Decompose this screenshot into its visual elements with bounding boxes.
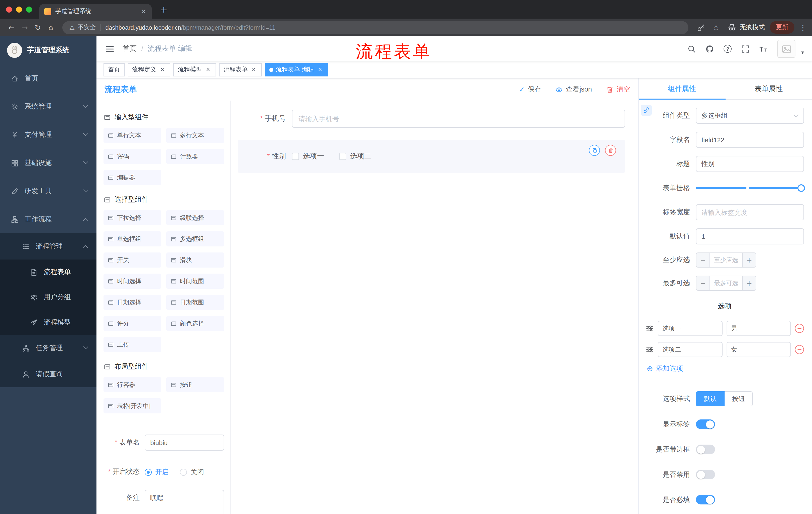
form-name-input[interactable] bbox=[145, 435, 224, 451]
tag-item[interactable]: 流程表单× bbox=[219, 63, 262, 76]
tag-item[interactable]: 流程定义× bbox=[127, 63, 170, 76]
search-icon[interactable] bbox=[688, 45, 696, 53]
remove-option-button[interactable]: − bbox=[795, 324, 804, 333]
sidebar-item-process-management[interactable]: 流程管理 bbox=[0, 233, 96, 260]
palette-item-time-range[interactable]: 时间范围 bbox=[166, 274, 224, 289]
palette-item-checkbox-group[interactable]: 多选框组 bbox=[166, 231, 224, 246]
style-default-button[interactable]: 默认 bbox=[696, 391, 725, 406]
link-icon[interactable] bbox=[641, 105, 652, 116]
tab-component-properties[interactable]: 组件属性 bbox=[639, 78, 725, 99]
incognito-profile-chip[interactable]: 无痕模式 bbox=[728, 23, 765, 32]
clear-button[interactable]: 清空 bbox=[606, 85, 630, 94]
sidebar-item-user-group[interactable]: 用户分组 bbox=[0, 285, 96, 310]
gender-field-selected[interactable]: 性别 选项一选项二 bbox=[238, 140, 625, 173]
disabled-switch[interactable] bbox=[696, 470, 715, 479]
palette-item-radio-group[interactable]: 单选框组 bbox=[104, 231, 161, 246]
minus-icon[interactable]: − bbox=[696, 276, 710, 290]
form-grid-slider[interactable] bbox=[696, 187, 804, 189]
palette-item-single-line-text[interactable]: 单行文本 bbox=[104, 128, 161, 143]
view-json-button[interactable]: 查看json bbox=[555, 85, 592, 94]
password-key-icon[interactable] bbox=[695, 21, 707, 33]
option-value-input[interactable] bbox=[726, 321, 791, 336]
palette-item-rate[interactable]: 评分 bbox=[104, 316, 161, 331]
avatar[interactable] bbox=[778, 40, 796, 58]
option-value-input[interactable] bbox=[726, 342, 791, 357]
palette-item-color-picker[interactable]: 颜色选择 bbox=[166, 316, 224, 331]
sidebar-item-leave-query[interactable]: 请假查询 bbox=[0, 361, 96, 387]
tag-item[interactable]: 流程表单-编辑× bbox=[265, 63, 328, 76]
remove-option-button[interactable]: − bbox=[795, 345, 804, 354]
minus-icon[interactable]: − bbox=[696, 253, 710, 267]
bookmark-star-icon[interactable]: ☆ bbox=[710, 21, 722, 33]
palette-item-date-range[interactable]: 日期范围 bbox=[166, 295, 224, 310]
github-icon[interactable] bbox=[706, 45, 714, 53]
required-switch[interactable] bbox=[696, 495, 715, 505]
plus-icon[interactable]: + bbox=[742, 253, 756, 267]
show-label-switch[interactable] bbox=[696, 420, 715, 429]
address-bar[interactable]: ⚠ 不安全 dashboard.yudao.iocoder.cn/bpm/man… bbox=[62, 21, 688, 34]
component-type-select[interactable]: 多选框组 bbox=[696, 108, 804, 124]
palette-item-date-picker[interactable]: 日期选择 bbox=[104, 295, 161, 310]
label-width-input[interactable] bbox=[696, 204, 804, 220]
font-size-icon[interactable] bbox=[759, 45, 768, 53]
sidebar-item-task-management[interactable]: 任务管理 bbox=[0, 335, 96, 361]
copy-widget-button[interactable] bbox=[589, 145, 600, 156]
sidebar-item-dev-tools[interactable]: 研发工具 bbox=[0, 177, 96, 205]
palette-item-editor[interactable]: 编辑器 bbox=[104, 170, 161, 185]
status-off-radio[interactable]: 关闭 bbox=[180, 468, 204, 477]
add-option-button[interactable]: ⊕ 添加选项 bbox=[647, 364, 683, 373]
fullscreen-icon[interactable] bbox=[742, 45, 750, 53]
min-select-input[interactable] bbox=[710, 253, 742, 267]
gender-option-checkbox[interactable]: 选项一 bbox=[292, 152, 324, 161]
plus-icon[interactable]: + bbox=[742, 276, 756, 290]
sidebar-item-system-management[interactable]: 系统管理 bbox=[0, 92, 96, 121]
phone-input[interactable] bbox=[292, 110, 625, 128]
palette-item-row-container[interactable]: 行容器 bbox=[104, 377, 161, 392]
reload-button[interactable]: ↻ bbox=[31, 21, 44, 34]
gender-option-checkbox[interactable]: 选项二 bbox=[339, 152, 371, 161]
palette-item-upload[interactable]: 上传 bbox=[104, 337, 161, 352]
palette-item-button[interactable]: 按钮 bbox=[166, 377, 224, 392]
palette-item-multi-line-text[interactable]: 多行文本 bbox=[166, 128, 224, 143]
title-input[interactable] bbox=[696, 156, 804, 172]
palette-item-slider[interactable]: 滑块 bbox=[166, 252, 224, 268]
tag-item[interactable]: 流程模型× bbox=[173, 63, 216, 76]
slider-handle[interactable] bbox=[798, 184, 805, 192]
browser-menu-icon[interactable]: ⋮ bbox=[799, 23, 807, 32]
sidebar-item-process-model[interactable]: 流程模型 bbox=[0, 310, 96, 335]
palette-item-counter[interactable]: 计数器 bbox=[166, 149, 224, 164]
style-button-button[interactable]: 按钮 bbox=[724, 391, 753, 406]
back-button[interactable]: ← bbox=[5, 21, 18, 34]
tag-close-icon[interactable]: × bbox=[250, 66, 257, 73]
palette-item-switch[interactable]: 开关 bbox=[104, 252, 161, 268]
palette-item-table-dev[interactable]: 表格[开发中] bbox=[104, 398, 161, 413]
remark-textarea[interactable]: 嘿嘿 bbox=[145, 490, 224, 514]
tab-close-icon[interactable]: × bbox=[140, 7, 148, 15]
new-tab-button[interactable]: + bbox=[158, 4, 170, 14]
tag-item[interactable]: 首页 bbox=[104, 63, 125, 76]
option-name-input[interactable] bbox=[658, 321, 722, 336]
field-name-input[interactable] bbox=[696, 132, 804, 148]
breadcrumb-home[interactable]: 首页 bbox=[123, 44, 137, 53]
max-select-input[interactable] bbox=[710, 276, 742, 290]
update-button[interactable]: 更新 bbox=[770, 21, 794, 34]
tag-close-icon[interactable]: × bbox=[204, 66, 211, 73]
sidebar-item-home[interactable]: 首页 bbox=[0, 64, 96, 92]
sidebar-item-payment-management[interactable]: 支付管理 bbox=[0, 121, 96, 149]
status-on-radio[interactable]: 开启 bbox=[145, 468, 169, 477]
window-minimize-button[interactable] bbox=[16, 6, 22, 12]
sidebar-item-workflow[interactable]: 工作流程 bbox=[0, 205, 96, 233]
forward-button[interactable]: → bbox=[18, 21, 31, 34]
option-name-input[interactable] bbox=[658, 342, 722, 357]
palette-item-password[interactable]: 密码 bbox=[104, 149, 161, 164]
hamburger-icon[interactable] bbox=[96, 36, 123, 61]
default-value-input[interactable] bbox=[696, 228, 804, 244]
app-logo[interactable]: 芋道管理系统 bbox=[0, 36, 96, 64]
save-button[interactable]: ✓ 保存 bbox=[519, 85, 541, 94]
palette-item-select[interactable]: 下拉选择 bbox=[104, 210, 161, 225]
tag-close-icon[interactable]: × bbox=[159, 66, 166, 73]
sidebar-item-infrastructure[interactable]: 基础设施 bbox=[0, 149, 96, 177]
tab-form-properties[interactable]: 表单属性 bbox=[725, 78, 812, 99]
border-switch[interactable] bbox=[696, 444, 715, 454]
tag-close-icon[interactable]: × bbox=[317, 66, 324, 73]
